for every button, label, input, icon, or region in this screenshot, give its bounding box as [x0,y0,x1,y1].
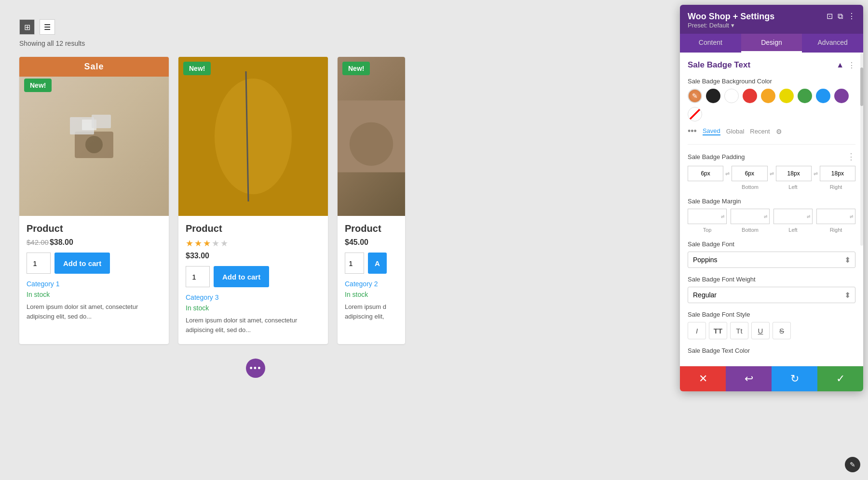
quantity-input[interactable] [186,266,210,287]
pagination-dots-button[interactable]: ••• [246,359,265,378]
collapse-icon[interactable]: ▲ [836,61,844,69]
quantity-input[interactable] [27,253,51,274]
list-view-button[interactable]: ☰ [40,19,55,35]
tab-advanced[interactable]: Advanced [802,34,863,53]
category-link[interactable]: Category 1 [27,280,59,288]
product-image-svg [65,107,123,165]
product-image-wrap: New! [338,57,405,216]
padding-right-input[interactable]: 18px [820,166,855,181]
padding-top-input[interactable]: 6px [688,166,723,181]
margin-right-wrap: ⇌ [816,209,855,224]
italic-button[interactable]: I [688,322,706,339]
tab-design[interactable]: Design [741,34,802,53]
padding-link-1[interactable]: ⇌ [725,171,730,177]
padding-right-label: Right [816,184,855,190]
color-tab-global[interactable]: Global [726,128,745,135]
color-settings-icon[interactable]: ⚙ [776,128,782,135]
color-swatch-white[interactable] [724,89,739,103]
font-weight-label: Sale Badge Font Weight [688,276,855,283]
color-swatch-strikethrough[interactable] [688,107,702,121]
product-title: Product [345,223,398,234]
category-link[interactable]: Category 2 [345,280,378,288]
color-tab-saved[interactable]: Saved [703,127,720,135]
font-select-wrap: Poppins Open Sans Roboto Lato ⬍ [688,252,855,268]
padding-bottom-input[interactable]: 6px [732,166,767,181]
padding-bottom-label: Bottom [731,184,770,190]
save-button[interactable]: ✓ [817,366,863,391]
price-old: $42.00 [27,238,49,246]
panel-scrollbar [860,53,863,246]
color-swatch-black[interactable] [706,89,720,103]
product-category: Category 3 [178,293,328,302]
redo-button[interactable]: ↻ [772,366,817,391]
undo-button[interactable]: ↩ [726,366,772,391]
product-info: Product $42.00$38.00 [19,216,169,247]
category-link[interactable]: Category 3 [186,293,218,301]
cancel-button[interactable]: ✕ [680,366,726,391]
color-more-icon[interactable]: ••• [688,126,697,136]
fullscreen-icon[interactable]: ⊡ [827,12,833,21]
eyedropper-icon: ✎ [692,92,698,100]
scrollbar-thumb[interactable] [860,67,863,106]
preset-selector[interactable]: Preset: Default ▾ [688,22,774,29]
margin-right-input[interactable]: ⇌ [816,209,855,224]
strikethrough-button[interactable]: S [773,322,791,339]
product-card: New! Product ★ ★ ★ ★ ★ [178,57,328,344]
more-options-icon[interactable]: ⋮ [848,12,855,21]
stock-status: In stock [338,291,405,298]
font-weight-select[interactable]: Regular Bold Light Medium [688,287,855,303]
padding-top-value: 6px [688,170,723,177]
product-price: $33.00 [186,252,321,260]
svg-point-6 [215,79,292,194]
color-picker-button[interactable]: ✎ [688,89,702,103]
add-to-cart-button[interactable]: Add to cart [214,266,269,287]
panel-header: Woo Shop + Settings Preset: Default ▾ ⊡ … [680,5,863,34]
bg-color-label: Sale Badge Background Color [688,78,855,85]
font-select[interactable]: Poppins Open Sans Roboto Lato [688,252,855,268]
margin-left-input[interactable]: ⇌ [773,209,813,224]
padding-link-3[interactable]: ⇌ [814,171,818,177]
preset-label: Preset: Default [688,22,729,29]
section-title: Sale Badge Text [688,60,750,70]
margin-left-label: Left [773,227,813,233]
color-swatch-yellow[interactable] [779,89,794,103]
section-more-icon[interactable]: ⋮ [848,61,855,70]
product-info: Product $45.00 [338,216,405,247]
split-view-icon[interactable]: ⧉ [838,12,843,21]
star-1: ★ [186,238,193,249]
uppercase-button[interactable]: TT [709,322,727,339]
section-header: Sale Badge Text ▲ ⋮ [688,60,855,70]
padding-link-2[interactable]: ⇌ [770,171,774,177]
padding-link-icon[interactable]: ⋮ [847,151,855,162]
weight-select-wrap: Regular Bold Light Medium ⬍ [688,287,855,303]
color-tab-recent[interactable]: Recent [750,128,770,135]
edit-icon: ✎ [850,461,855,468]
underline-button[interactable]: U [751,322,770,339]
tab-content[interactable]: Content [680,34,741,53]
color-swatch-green[interactable] [798,89,812,103]
margin-top-input[interactable]: ⇌ [688,209,727,224]
color-swatch-purple[interactable] [834,89,849,103]
new-badge: New! [183,62,211,75]
results-count: Showing all 12 results [19,40,492,47]
svg-point-9 [350,122,393,166]
new-badge: New! [24,79,52,92]
divider [688,144,855,145]
margin-bottom-input[interactable]: ⇌ [731,209,770,224]
add-to-cart-button[interactable]: Add to cart [54,253,110,274]
edit-fab-button[interactable]: ✎ [845,457,860,472]
chevron-down-icon: ▾ [731,22,734,29]
color-swatch-orange[interactable] [761,89,775,103]
pagination: ••• [19,359,492,378]
star-2: ★ [194,238,202,249]
padding-left-input[interactable]: 18px [776,166,812,181]
capitalize-button[interactable]: Tt [730,322,748,339]
add-to-cart-button[interactable]: A [368,253,387,274]
color-swatch-red[interactable] [743,89,757,103]
grid-view-button[interactable]: ⊞ [19,19,35,35]
padding-left-label: Left [773,184,813,190]
quantity-input[interactable] [345,253,364,274]
padding-right-input-wrap: 18px [820,166,855,181]
panel-header-icons: ⊡ ⧉ ⋮ [827,12,855,21]
color-swatch-blue[interactable] [816,89,830,103]
